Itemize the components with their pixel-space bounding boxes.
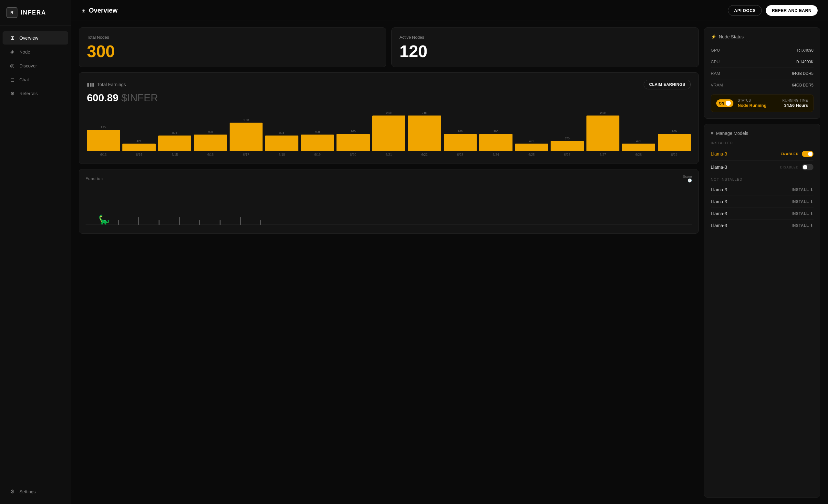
sidebar-item-chat[interactable]: ◻ Chat [3,73,68,86]
bar-group: 960 [444,110,477,151]
sidebar-item-label: Settings [19,489,36,494]
bar [551,141,584,151]
model-name: Llama-3 [711,199,727,204]
bar-label: 6/22 [408,153,441,156]
spec-key: VRAM [711,83,723,87]
bar-group: 920 [301,110,334,151]
installed-model-row: Llama-3 ENABLED [711,147,814,161]
bar-group: 570 [551,110,584,151]
bar-label: 6/20 [336,153,369,156]
bar-value: 421 [137,139,141,143]
model-controls: ENABLED [781,151,814,157]
spec-key: GPU [711,48,720,53]
bar-label: 6/16 [194,153,227,156]
bar-label: 6/15 [158,153,191,156]
score-label: Score 🕐 [683,175,692,183]
earnings-amount: 600.89 $INFER [87,92,691,104]
api-docs-button[interactable]: API DOCS [728,5,762,16]
spec-row: VRAM64GB DDR5 [711,79,814,91]
install-button[interactable]: INSTALL ⬇ [792,223,814,228]
obstacle [199,220,200,225]
obstacle [260,220,261,225]
bar-group: 960 [658,110,691,151]
bar-group: 1.2k [87,110,120,151]
model-toggle[interactable] [802,151,814,157]
bar [301,135,334,151]
not-installed-model-row: Llama-3 INSTALL ⬇ [711,208,814,220]
function-title: Function [86,177,103,181]
sidebar-item-overview[interactable]: ⊞ Overview [3,31,68,45]
install-button[interactable]: INSTALL ⬇ [792,199,814,204]
bar-label: 6/13 [87,153,120,156]
status-info: STATUS Node Running [738,99,778,108]
obstacle-tall [138,217,139,225]
bar-value: 874 [172,131,177,135]
left-column: Total Nodes 300 Active Nodes 120 ▮▮▮ Tot… [79,28,699,498]
obstacle [219,220,220,225]
bar-label: 6/29 [658,153,691,156]
bar-label: 6/18 [265,153,298,156]
model-name: Llama-3 [711,223,727,228]
chart-icon: ▮▮▮ [87,82,95,87]
not-installed-model-row: Llama-3 INSTALL ⬇ [711,184,814,196]
sidebar-nav: ⊞ Overview ◈ Node ◎ Discover ◻ Chat ⊕ Re… [0,26,71,479]
bar-label: 6/21 [372,153,405,156]
main-content: ⊞ Overview API DOCS REFER AND EARN Total… [71,0,828,504]
bar-value: 421 [529,139,534,143]
node-status-card: ⚡ Node Status GPURTX4090CPUi9-14900KRAM6… [704,28,820,119]
earnings-card: ▮▮▮ Total Earnings CLAIM EARNINGS 600.89… [79,72,699,164]
bar-label: 6/23 [444,153,477,156]
bar-value: 570 [565,137,570,140]
bar-group: 421 [622,110,655,151]
bar-value: 2.0k [386,111,391,114]
topbar: ⊞ Overview API DOCS REFER AND EARN [71,0,828,21]
bar-value: 960 [458,130,462,133]
spec-row: RAM64GB DDR5 [711,68,814,79]
model-toggle[interactable] [802,164,814,170]
claim-earnings-button[interactable]: CLAIM EARNINGS [644,80,691,89]
toggle-circle [726,101,731,106]
active-nodes-card: Active Nodes 120 [391,28,699,67]
install-button[interactable]: INSTALL ⬇ [792,211,814,216]
model-name: Llama-3 [711,165,727,170]
model-controls: INSTALL ⬇ [792,199,814,204]
stats-row: Total Nodes 300 Active Nodes 120 [79,28,699,67]
sidebar-item-discover[interactable]: ◎ Discover [3,59,68,72]
toggle-thumb [803,165,807,169]
model-controls: DISABLED [780,164,814,170]
sidebar-item-node[interactable]: ◈ Node [3,45,68,58]
manage-models-title: ≡ Manage Models [711,131,814,136]
bar [658,134,691,151]
bar [194,135,227,151]
bar-value: 920 [315,130,320,134]
bar-label: 6/27 [586,153,619,156]
sidebar-item-settings[interactable]: ⚙ Settings [3,485,68,498]
not-installed-label: NOT INSTALLED [711,178,814,181]
install-button[interactable]: INSTALL ⬇ [792,187,814,192]
bar-group: 874 [265,110,298,151]
page-icon: ⊞ [81,7,86,13]
installed-models-list: Llama-3 ENABLED Llama-3 DISABLED [711,147,814,174]
discover-icon: ◎ [9,62,15,69]
toggle-label: ON [719,101,724,105]
refer-earn-button[interactable]: REFER AND EARN [766,5,818,16]
bar-group: 2.0k [408,110,441,151]
runtime-info: RUNNING TIME 34.56 Hours [782,99,808,108]
model-badge: ENABLED [781,152,799,156]
bar-value: 920 [208,130,213,134]
spec-row: GPURTX4090 [711,45,814,56]
model-controls: INSTALL ⬇ [792,223,814,228]
logo-icon: R [6,7,17,18]
obstacles-area [86,212,692,225]
installed-model-row: Llama-3 DISABLED [711,161,814,174]
bar [622,144,655,151]
bar-label: 6/19 [301,153,334,156]
bar-group: 2.0k [586,110,619,151]
not-installed-models-list: Llama-3 INSTALL ⬇ Llama-3 INSTALL ⬇ Llam… [711,184,814,231]
function-header: Function Score 🕐 [86,175,692,183]
sidebar: R INFERA ⊞ Overview ◈ Node ◎ Discover ◻ … [0,0,71,504]
bar-value: 1.6k [244,119,249,122]
sidebar-item-referrals[interactable]: ⊕ Referrals [3,87,68,100]
node-toggle[interactable]: ON [716,99,733,107]
obstacle [118,220,119,225]
